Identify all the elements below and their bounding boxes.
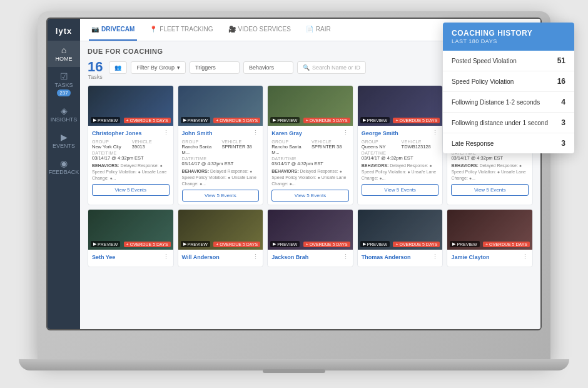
overdue-badge-3: + OVERDUE 5 DAYS	[393, 118, 440, 123]
card-body-2: Karen Gray ⋮ GROUP Rancho Santa M... VEH…	[268, 126, 353, 205]
camera-icon-3: ▶	[363, 118, 366, 123]
video-icon: 🎥	[228, 26, 236, 33]
tab-rair[interactable]: 📄 RAIR	[303, 19, 333, 41]
driver-card-2: ▶ PREVIEW + OVERDUE 5 DAYS Karen Gray ⋮ …	[267, 85, 353, 205]
preview-label-2: PREVIEW	[277, 118, 297, 123]
card-menu-2[interactable]: ⋮	[342, 129, 349, 137]
card-menu-0[interactable]: ⋮	[163, 129, 170, 137]
sidebar-item-insights[interactable]: ◈ INSIGHTS	[48, 101, 80, 128]
triggers-dropdown[interactable]: Triggers	[190, 61, 240, 74]
preview-label-3: PREVIEW	[367, 118, 387, 123]
view-events-btn-4[interactable]: View 5 Events	[451, 184, 529, 196]
card-menu-6[interactable]: ⋮	[252, 253, 259, 261]
tasks-label: Tasks	[88, 74, 103, 80]
card-menu-9[interactable]: ⋮	[522, 253, 529, 261]
view-events-btn-0[interactable]: View 5 Events	[92, 184, 170, 196]
tasks-number: 16	[88, 60, 103, 74]
sidebar-item-feedback[interactable]: ◉ FEEDBACK	[48, 154, 80, 180]
camera-icon-7: ▶	[273, 242, 276, 247]
home-icon: ⌂	[61, 46, 66, 54]
preview-badge-0[interactable]: ▶ PREVIEW	[91, 117, 120, 123]
triggers-label: Triggers	[195, 64, 216, 71]
preview-badge-1[interactable]: ▶ PREVIEW	[181, 117, 210, 123]
driver-name-3[interactable]: George Smith	[362, 130, 398, 136]
preview-badge-5[interactable]: ▶ PREVIEW	[91, 241, 120, 247]
tab-rair-label: RAIR	[316, 26, 331, 33]
card-image-0: ▶ PREVIEW + OVERDUE 5 DAYS	[88, 86, 173, 126]
card-menu-5[interactable]: ⋮	[163, 253, 170, 261]
preview-badge-8[interactable]: ▶ PREVIEW	[360, 241, 390, 247]
preview-badge-2[interactable]: ▶ PREVIEW	[270, 117, 300, 123]
preview-badge-9[interactable]: ▶ PREVIEW	[450, 241, 479, 247]
vehicle-label-2: VEHICLE SPRINTER 38	[312, 140, 349, 155]
fleet-icon: 📍	[150, 26, 157, 33]
date-field-1: DATE/TIME 03/14/17 @ 4:32pm EST	[182, 156, 260, 166]
driver-name-9[interactable]: Jamie Clayton	[451, 254, 489, 260]
filter-by-group-dropdown[interactable]: Filter By Group ▾	[131, 61, 186, 74]
tab-drivecam-label: DRIVECAM	[101, 26, 134, 33]
group-icon-btn[interactable]: 👥	[109, 61, 127, 74]
view-events-btn-2[interactable]: View 5 Events	[271, 190, 349, 202]
sidebar-item-insights-label: INSIGHTS	[51, 116, 78, 123]
coaching-row-count-1: 16	[557, 77, 565, 86]
card-body-1: John Smith ⋮ GROUP Rancho Santa M... VEH…	[178, 126, 263, 205]
driver-name-1[interactable]: John Smith	[182, 130, 213, 136]
coaching-history-body: Posted Speed Violation 51 Speed Policy V…	[443, 51, 574, 153]
card-menu-7[interactable]: ⋮	[342, 253, 349, 261]
driver-name-2[interactable]: Karen Gray	[271, 130, 302, 136]
sidebar-item-home[interactable]: ⌂ HOME	[48, 41, 80, 67]
tasks-icon: ☑	[60, 72, 68, 81]
preview-badge-3[interactable]: ▶ PREVIEW	[360, 117, 390, 123]
driver-name-7[interactable]: Jackson Brah	[271, 254, 308, 260]
driver-name-6[interactable]: Will Anderson	[182, 254, 220, 260]
card-menu-3[interactable]: ⋮	[432, 129, 438, 137]
date-field-2: DATE/TIME 03/14/17 @ 4:32pm EST	[271, 156, 349, 166]
sidebar: lytx ⌂ HOME ☑ TASKS 237 ◈ INSIGHTS	[48, 19, 80, 329]
driver-name-8[interactable]: Thomas Anderson	[362, 254, 411, 260]
coaching-row-count-2: 4	[561, 98, 565, 106]
feedback-icon: ◉	[60, 159, 68, 168]
overdue-badge-5: + OVERDUE 5 DAYS	[124, 242, 171, 247]
coaching-row-label-1: Speed Policy Violation	[452, 78, 557, 85]
preview-badge-6[interactable]: ▶ PREVIEW	[181, 241, 210, 247]
camera-icon-5: ▶	[93, 242, 96, 247]
group-icon: 👥	[114, 64, 121, 71]
coaching-row-count-4: 3	[561, 139, 565, 148]
card-fields-3: GROUP Queens NY VEHICLE TDWB123128 DATE/…	[362, 140, 439, 161]
camera-icon-9: ▶	[452, 242, 455, 247]
camera-icon-0: ▶	[93, 118, 96, 123]
date-field-3: DATE/TIME 03/14/17 @ 4:32pm EST	[362, 151, 439, 161]
card-name-row-2: Karen Gray ⋮	[271, 129, 349, 137]
overdue-badge-2: + OVERDUE 5 DAYS	[303, 118, 350, 123]
coaching-row-1: Speed Policy Violation 16	[443, 71, 574, 92]
tab-fleet-tracking-label: FLEET TRACKING	[160, 26, 213, 33]
laptop-base	[19, 359, 569, 370]
tab-video-services[interactable]: 🎥 VIDEO SERVICES	[226, 19, 293, 41]
view-events-btn-1[interactable]: View 5 Events	[182, 190, 260, 202]
card-image-5: ▶ PREVIEW + OVERDUE 5 DAYS	[88, 210, 173, 250]
driver-name-0[interactable]: Christopher Jones	[92, 130, 142, 136]
card-menu-8[interactable]: ⋮	[432, 253, 438, 261]
card-menu-1[interactable]: ⋮	[252, 129, 259, 137]
tab-fleet-tracking[interactable]: 📍 FLEET TRACKING	[147, 19, 215, 41]
coaching-row-label-2: Following Distance 1-2 seconds	[452, 99, 561, 106]
sidebar-item-events[interactable]: ▶ EVENTS	[48, 128, 80, 154]
rair-icon: 📄	[306, 26, 313, 33]
driver-name-5[interactable]: Seth Yee	[92, 254, 115, 260]
behaviors-dropdown[interactable]: Behaviors	[243, 61, 293, 74]
behaviors-0: BEHAVIORS: Delayed Response: ● Speed Pol…	[92, 163, 170, 181]
card-image-8: ▶ PREVIEW + OVERDUE 5 DAYS	[358, 210, 443, 250]
view-events-btn-3[interactable]: View 5 Events	[362, 184, 439, 196]
card-name-row-3: George Smith ⋮	[362, 129, 439, 137]
tasks-badge: 237	[57, 89, 70, 96]
sidebar-item-tasks-label: TASKS	[55, 82, 73, 88]
app-logo: lytx	[56, 19, 72, 41]
behaviors-4: BEHAVIORS: Delayed Response: ● Speed Pol…	[451, 163, 529, 181]
tab-video-services-label: VIDEO SERVICES	[238, 26, 291, 33]
preview-badge-7[interactable]: ▶ PREVIEW	[270, 241, 300, 247]
overdue-badge-0: + OVERDUE 5 DAYS	[124, 118, 171, 123]
sidebar-item-tasks[interactable]: ☑ TASKS 237	[48, 67, 80, 101]
search-input[interactable]: 🔍 Search Name or ID	[297, 61, 366, 74]
tab-drivecam[interactable]: 📷 DRIVECAM	[89, 19, 137, 41]
tasks-count: 16 Tasks	[88, 60, 103, 80]
